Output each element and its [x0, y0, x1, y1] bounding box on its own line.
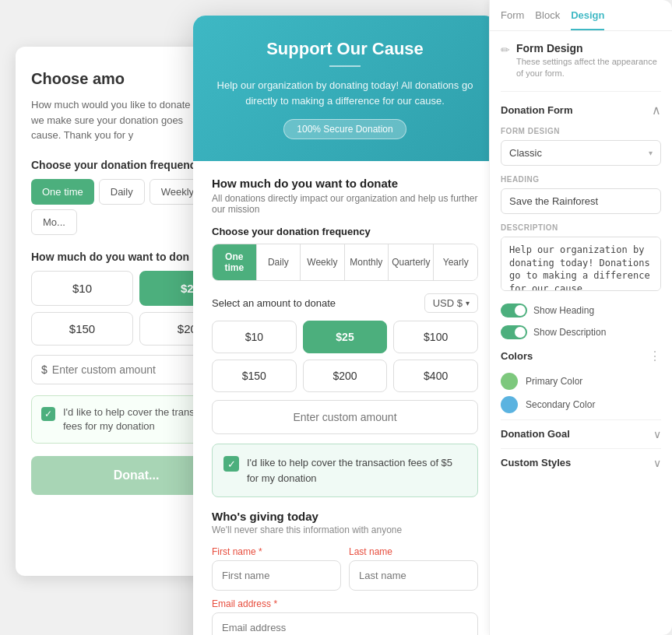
- custom-amount-input[interactable]: [212, 400, 478, 434]
- freq-tab-quarterly[interactable]: Quarterly: [389, 244, 434, 280]
- amount-btn-100[interactable]: $100: [393, 321, 478, 353]
- secondary-color-label: Secondary Color: [526, 399, 595, 410]
- bg-amount-150[interactable]: $150: [31, 312, 133, 346]
- main-modal: Support Our Cause Help our organization …: [193, 16, 497, 635]
- amount-btn-200[interactable]: $200: [303, 360, 388, 392]
- right-panel-body: ✏ Form Design These settings affect the …: [490, 31, 672, 488]
- name-row: First name * Last name: [212, 546, 478, 591]
- form-design-header: ✏ Form Design These settings affect the …: [501, 42, 661, 92]
- show-heading-toggle[interactable]: [501, 303, 527, 318]
- first-name-input[interactable]: [212, 560, 341, 591]
- frequency-tabs: One time Daily Weekly Monthly Quarterly …: [212, 244, 478, 281]
- freq-tab-monthly[interactable]: Monthly: [345, 244, 389, 280]
- heading-input[interactable]: [501, 188, 661, 214]
- modal-body: How much do you want to donate All donat…: [193, 161, 497, 635]
- colors-menu-icon[interactable]: ⋮: [649, 349, 661, 363]
- first-name-field-wrap: First name *: [212, 546, 341, 591]
- custom-styles-chevron: ∨: [653, 457, 661, 469]
- modal-header: Support Our Cause Help our organization …: [193, 16, 497, 161]
- last-name-input[interactable]: [349, 560, 478, 591]
- currency-text: USD $: [433, 297, 463, 309]
- last-name-label: Last name: [349, 546, 478, 557]
- amount-btn-150[interactable]: $150: [212, 360, 297, 392]
- form-design-select[interactable]: Classic ▾: [501, 140, 661, 166]
- collapse-icon-up[interactable]: ∧: [652, 103, 661, 118]
- show-heading-label: Show Heading: [533, 305, 594, 316]
- header-underline: [329, 65, 361, 67]
- freq-tab-onetime[interactable]: One time: [213, 244, 257, 280]
- freq-tab-weekly[interactable]: Weekly: [301, 244, 345, 280]
- transaction-fee-text: I'd like to help cover the transaction f…: [247, 455, 466, 486]
- tab-form[interactable]: Form: [501, 9, 524, 30]
- form-design-subtitle: These settings affect the appearance of …: [516, 56, 661, 80]
- tab-design[interactable]: Design: [571, 9, 604, 30]
- secondary-color-swatch[interactable]: [501, 396, 518, 413]
- custom-styles-header[interactable]: Custom Styles ∨: [501, 457, 661, 469]
- bg-freq-onetime[interactable]: One time: [31, 179, 94, 205]
- amount-section-header: Select an amount to donate USD $ ▾: [212, 293, 478, 313]
- form-design-info: Form Design These settings affect the ap…: [516, 42, 661, 80]
- email-input[interactable]: [212, 612, 478, 635]
- pencil-icon: ✏: [501, 44, 510, 56]
- amount-btn-25[interactable]: $25: [303, 321, 388, 353]
- right-panel: Form Block Design ✏ Form Design These se…: [489, 0, 672, 635]
- bg-checkbox[interactable]: ✓: [41, 407, 55, 421]
- description-field-label: DESCRIPTION: [501, 223, 661, 232]
- freq-tab-yearly[interactable]: Yearly: [434, 244, 477, 280]
- email-field-wrap: Email address *: [212, 598, 478, 635]
- primary-color-row: Primary Color: [501, 373, 661, 390]
- colors-title: Colors: [501, 350, 533, 362]
- donation-form-section-title: Donation Form: [501, 104, 572, 116]
- last-name-field-wrap: Last name: [349, 546, 478, 591]
- show-description-row: Show Description: [501, 325, 661, 339]
- amount-label: Select an amount to donate: [212, 297, 336, 309]
- modal-description: Help our organization by donating today!…: [212, 78, 478, 108]
- select-chevron: ▾: [649, 149, 653, 157]
- who-section-title: Who's giving today: [212, 510, 478, 523]
- amount-btn-10[interactable]: $10: [212, 321, 297, 353]
- show-heading-row: Show Heading: [501, 303, 661, 318]
- transaction-fee-checkbox[interactable]: ✓: [223, 456, 239, 472]
- primary-color-swatch[interactable]: [501, 373, 518, 390]
- right-tabs: Form Block Design: [490, 0, 672, 31]
- email-label: Email address *: [212, 598, 478, 609]
- heading-field-label: HEADING: [501, 175, 661, 184]
- currency-selector[interactable]: USD $ ▾: [424, 293, 478, 313]
- donation-goal-chevron: ∨: [653, 428, 661, 440]
- amounts-grid: $10 $25 $100 $150 $200 $400: [212, 321, 478, 392]
- donation-section-title: How much do you want to donate: [212, 177, 478, 190]
- bg-freq-daily[interactable]: Daily: [99, 179, 145, 205]
- bg-freq-monthly[interactable]: Mo...: [31, 209, 77, 235]
- custom-styles-title: Custom Styles: [501, 457, 571, 468]
- form-design-field-label: FORM DESIGN: [501, 127, 661, 135]
- bg-amount-10[interactable]: $10: [31, 271, 133, 306]
- primary-color-label: Primary Color: [526, 376, 582, 387]
- show-description-label: Show Description: [533, 327, 606, 338]
- transaction-fee-row: ✓ I'd like to help cover the transaction…: [212, 444, 478, 497]
- freq-section-title: Choose your donation frequency: [212, 226, 478, 237]
- donation-goal-title: Donation Goal: [501, 428, 570, 440]
- form-design-value: Classic: [509, 147, 542, 159]
- freq-tab-daily[interactable]: Daily: [257, 244, 301, 280]
- form-design-title: Form Design: [516, 42, 661, 54]
- donation-section-sub: All donations directly impact our organi…: [212, 193, 478, 215]
- secondary-color-row: Secondary Color: [501, 396, 661, 413]
- modal-title: Support Our Cause: [212, 39, 478, 59]
- who-section-sub: We'll never share this information with …: [212, 524, 478, 535]
- description-textarea[interactable]: Help our organization by donating today!…: [501, 237, 661, 291]
- currency-chevron: ▾: [466, 299, 470, 307]
- first-name-label: First name *: [212, 546, 341, 557]
- amount-btn-400[interactable]: $400: [393, 360, 478, 392]
- tab-block[interactable]: Block: [535, 9, 560, 30]
- donation-form-collapse-header: Donation Form ∧: [501, 103, 661, 118]
- donation-goal-header[interactable]: Donation Goal ∨: [501, 428, 661, 440]
- bg-dollar-sign: $: [41, 363, 47, 376]
- custom-styles-section: Custom Styles ∨: [501, 448, 661, 477]
- colors-section-header: Colors ⋮: [501, 349, 661, 363]
- secure-badge: 100% Secure Donation: [283, 119, 406, 139]
- donation-goal-section: Donation Goal ∨: [501, 419, 661, 448]
- show-description-toggle[interactable]: [501, 325, 527, 339]
